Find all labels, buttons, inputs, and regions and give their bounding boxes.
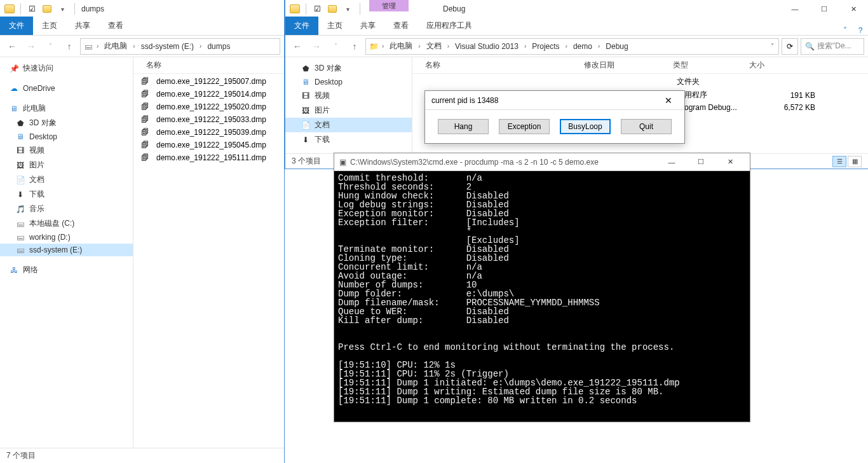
nav-3d-objects[interactable]: ⬟3D 对象 — [0, 116, 133, 130]
file-type: Program Debug... — [674, 103, 750, 112]
breadcrumb-thispc[interactable]: 此电脑 — [102, 39, 130, 53]
ribbon-tab-apptools[interactable]: 应用程序工具 — [417, 17, 481, 35]
nav-label: 3D 对象 — [29, 118, 57, 128]
column-header-date[interactable]: 修改日期 — [579, 57, 668, 73]
qat-newfolder-icon[interactable] — [325, 2, 339, 16]
file-row[interactable]: 🗐demo.exe_191222_195111.dmp — [133, 151, 284, 164]
ribbon: 文件 主页 共享 查看 — [0, 18, 284, 36]
address-box[interactable]: 🖴 › 此电脑 › ssd-system (E:) › dumps — [80, 38, 280, 55]
drive-icon: 🖴 — [15, 245, 25, 254]
minimize-button[interactable]: — — [780, 0, 810, 18]
window-title: Debug — [439, 4, 780, 13]
chevron-right-icon[interactable]: › — [416, 43, 422, 50]
nav-downloads[interactable]: ⬇下载 — [0, 187, 133, 202]
nav-videos[interactable]: 🎞视频 — [285, 88, 412, 103]
file-row[interactable]: 🗐demo.exe_191222_195014.dmp — [133, 88, 284, 100]
qat-properties-icon[interactable]: ☑ — [25, 2, 39, 16]
view-details-button[interactable]: ☰ — [832, 156, 846, 167]
address-box[interactable]: 📁 › 此电脑› 文档› Visual Studio 2013› Project… — [365, 38, 779, 55]
nav-history-button[interactable]: ˅ — [42, 38, 58, 55]
breadcrumb[interactable]: Projects — [529, 41, 562, 52]
ribbon-tab-file[interactable]: 文件 — [0, 17, 33, 35]
column-header-name[interactable]: 名称 — [420, 57, 579, 73]
busyloop-button[interactable]: BusyLoop — [560, 119, 611, 134]
nav-music[interactable]: 🎵音乐 — [0, 202, 133, 216]
breadcrumb-folder[interactable]: dumps — [205, 41, 233, 52]
breadcrumb[interactable]: demo — [571, 41, 595, 52]
nav-desktop[interactable]: 🖥Desktop — [0, 130, 133, 143]
view-large-button[interactable]: ▦ — [848, 156, 862, 167]
nav-network[interactable]: 🖧网络 — [0, 263, 133, 277]
exception-button[interactable]: Exception — [499, 119, 550, 134]
chevron-right-icon[interactable]: › — [95, 43, 100, 50]
ribbon-tab-file[interactable]: 文件 — [285, 17, 318, 35]
nav-pictures[interactable]: 🖼图片 — [0, 158, 133, 172]
ribbon-tab-home[interactable]: 主页 — [33, 17, 66, 35]
nav-downloads[interactable]: ⬇下载 — [285, 132, 412, 147]
nav-forward-button[interactable]: → — [23, 38, 39, 55]
nav-up-button[interactable]: ↑ — [61, 38, 78, 55]
nav-history-button[interactable]: ˅ — [327, 38, 344, 55]
close-button[interactable]: ✕ — [715, 153, 745, 171]
nav-documents[interactable]: 📄文档 — [285, 118, 412, 132]
file-row[interactable]: 文件夹 — [412, 75, 868, 88]
help-button[interactable]: ? — [853, 26, 868, 35]
maximize-button[interactable]: ☐ — [686, 153, 715, 171]
breadcrumb[interactable]: 此电脑 — [387, 39, 415, 53]
chevron-right-icon[interactable]: › — [596, 43, 602, 50]
column-header-size[interactable]: 大小 — [744, 57, 808, 73]
nav-this-pc[interactable]: 🖥此电脑 — [0, 101, 133, 116]
chevron-down-icon[interactable]: ˅ — [769, 43, 776, 50]
file-row[interactable]: 🗐demo.exe_191222_195007.dmp — [133, 75, 284, 88]
column-header-name[interactable]: 名称 — [141, 57, 268, 73]
column-header-type[interactable]: 类型 — [668, 57, 744, 73]
chevron-right-icon[interactable]: › — [131, 43, 137, 50]
nav-forward-button[interactable]: → — [308, 38, 325, 55]
ribbon-expand-button[interactable]: ˅ — [837, 26, 853, 35]
nav-drive-e[interactable]: 🖴ssd-system (E:) — [0, 244, 133, 256]
minimize-button[interactable]: — — [657, 153, 686, 171]
dialog-close-button[interactable]: ✕ — [659, 95, 678, 106]
quit-button[interactable]: Quit — [621, 119, 672, 134]
chevron-right-icon[interactable]: › — [564, 43, 569, 50]
nav-desktop[interactable]: 🖥Desktop — [285, 76, 412, 88]
search-input[interactable]: 🔍搜索"De... — [801, 38, 864, 55]
chevron-right-icon[interactable]: › — [445, 43, 451, 50]
ribbon-tab-share[interactable]: 共享 — [66, 17, 99, 35]
nav-3d-objects[interactable]: ⬟3D 对象 — [285, 61, 412, 76]
file-row[interactable]: 🗐demo.exe_191222_195020.dmp — [133, 100, 284, 113]
qat-newfolder-icon[interactable] — [40, 2, 54, 16]
ribbon-tab-view[interactable]: 查看 — [99, 17, 132, 35]
maximize-button[interactable]: ☐ — [810, 0, 839, 18]
qat-properties-icon[interactable]: ☑ — [310, 2, 324, 16]
nav-documents[interactable]: 📄文档 — [0, 172, 133, 187]
nav-back-button[interactable]: ← — [4, 38, 20, 55]
nav-videos[interactable]: 🎞视频 — [0, 143, 133, 158]
chevron-right-icon[interactable]: › — [522, 43, 528, 50]
chevron-right-icon[interactable]: › — [380, 43, 386, 50]
nav-quick-access[interactable]: 📌快速访问 — [0, 61, 133, 76]
refresh-button[interactable]: ⟳ — [782, 38, 798, 55]
file-row[interactable]: 🗐demo.exe_191222_195033.dmp — [133, 113, 284, 126]
ribbon-tab-share[interactable]: 共享 — [351, 17, 384, 35]
breadcrumb[interactable]: Debug — [603, 41, 630, 52]
qat-customize-icon[interactable]: ▾ — [341, 2, 355, 16]
qat-customize-icon[interactable]: ▾ — [55, 2, 69, 16]
breadcrumb[interactable]: Visual Studio 2013 — [452, 41, 521, 52]
ribbon-tab-view[interactable]: 查看 — [384, 17, 417, 35]
file-row[interactable]: 🗐demo.exe_191222_195039.dmp — [133, 126, 284, 139]
breadcrumb[interactable]: 文档 — [424, 39, 444, 53]
close-button[interactable]: ✕ — [839, 0, 868, 18]
ribbon-tab-home[interactable]: 主页 — [318, 17, 351, 35]
nav-drive-d[interactable]: 🖴working (D:) — [0, 231, 133, 244]
nav-onedrive[interactable]: ☁OneDrive — [0, 82, 133, 95]
chevron-right-icon[interactable]: › — [198, 43, 203, 50]
nav-up-button[interactable]: ↑ — [346, 38, 363, 55]
nav-drive-c[interactable]: 🖴本地磁盘 (C:) — [0, 216, 133, 231]
breadcrumb-drive[interactable]: ssd-system (E:) — [139, 41, 196, 52]
nav-back-button[interactable]: ← — [289, 38, 306, 55]
file-row[interactable]: 🗐demo.exe_191222_195045.dmp — [133, 139, 284, 151]
nav-label: 视频 — [29, 145, 44, 156]
nav-pictures[interactable]: 🖼图片 — [285, 103, 412, 118]
hang-button[interactable]: Hang — [438, 119, 489, 134]
